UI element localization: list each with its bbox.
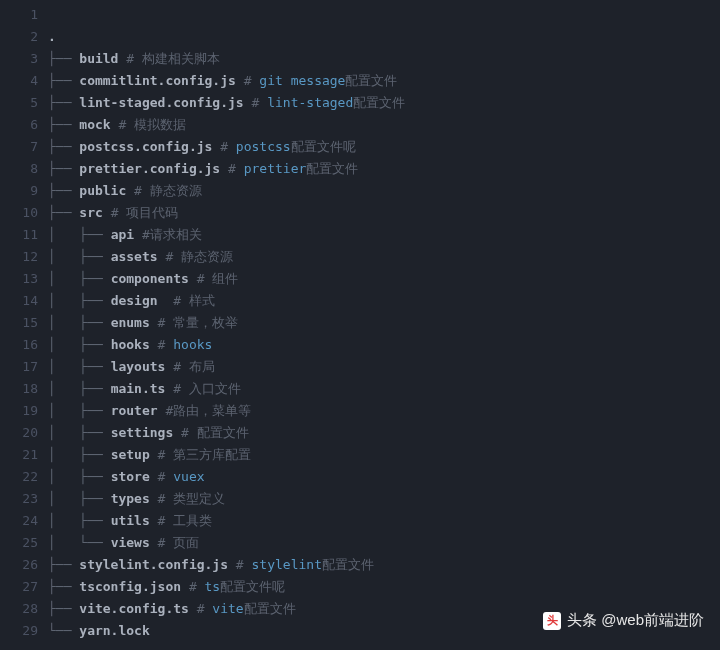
code-line: │ ├── hooks # hooks xyxy=(48,334,405,356)
line-number: 5 xyxy=(0,92,38,114)
tree-branch-icon: │ ├── xyxy=(48,425,111,440)
code-line: │ ├── assets # 静态资源 xyxy=(48,246,405,268)
code-line: │ ├── router #路由，菜单等 xyxy=(48,400,405,422)
comment-hash: # xyxy=(189,579,197,594)
tree-branch-icon: ├── xyxy=(48,95,79,110)
code-content[interactable]: .├── build # 构建相关脚本├── commitlint.config… xyxy=(48,0,405,650)
code-line: ├── tsconfig.json # ts配置文件呢 xyxy=(48,576,405,598)
file-name: utils xyxy=(111,513,150,528)
line-number: 2 xyxy=(0,26,38,48)
comment-text: 模拟数据 xyxy=(126,117,186,132)
comment-keyword: vite xyxy=(205,601,244,616)
line-number: 26 xyxy=(0,554,38,576)
code-line: │ ├── main.ts # 入口文件 xyxy=(48,378,405,400)
comment-text: 入口文件 xyxy=(181,381,241,396)
file-name: components xyxy=(111,271,189,286)
tree-branch-icon: └── xyxy=(48,623,79,638)
line-number: 13 xyxy=(0,268,38,290)
line-number: 12 xyxy=(0,246,38,268)
file-name: layouts xyxy=(111,359,166,374)
tree-branch-icon: ├── xyxy=(48,183,79,198)
tree-branch-icon: │ ├── xyxy=(48,447,111,462)
line-number: 29 xyxy=(0,620,38,642)
line-number: 10 xyxy=(0,202,38,224)
code-line: ├── prettier.config.js # prettier配置文件 xyxy=(48,158,405,180)
code-line: ├── commitlint.config.js # git message配置… xyxy=(48,70,405,92)
file-name: main.ts xyxy=(111,381,166,396)
code-line: ├── src # 项目代码 xyxy=(48,202,405,224)
tree-branch-icon: ├── xyxy=(48,161,79,176)
line-number: 21 xyxy=(0,444,38,466)
tree-branch-icon: │ ├── xyxy=(48,381,111,396)
code-line: │ ├── enums # 常量，枚举 xyxy=(48,312,405,334)
comment-hash: # xyxy=(173,381,181,396)
line-number: 4 xyxy=(0,70,38,92)
comment-hash: # xyxy=(228,161,236,176)
comment-text: 路由，菜单等 xyxy=(173,403,251,418)
code-line: ├── public # 静态资源 xyxy=(48,180,405,202)
comment-keyword: vuex xyxy=(165,469,204,484)
comment-text: 构建相关脚本 xyxy=(134,51,220,66)
file-name: build xyxy=(79,51,118,66)
code-line: │ ├── design # 样式 xyxy=(48,290,405,312)
tree-branch-icon: ├── xyxy=(48,557,79,572)
file-name: tsconfig.json xyxy=(79,579,181,594)
comment-hash: # xyxy=(173,293,181,308)
comment-text: 类型定义 xyxy=(165,491,225,506)
line-number: 27 xyxy=(0,576,38,598)
comment-text: 组件 xyxy=(205,271,239,286)
file-name: setup xyxy=(111,447,150,462)
tree-branch-icon: │ ├── xyxy=(48,293,111,308)
file-name: . xyxy=(48,29,56,44)
tree-branch-icon: │ ├── xyxy=(48,469,111,484)
file-name: hooks xyxy=(111,337,150,352)
comment-text: 配置文件呢 xyxy=(220,579,285,594)
comment-text: 配置文件呢 xyxy=(291,139,356,154)
comment-text: 配置文件 xyxy=(322,557,374,572)
code-line: └── yarn.lock xyxy=(48,620,405,642)
comment-keyword: stylelint xyxy=(244,557,322,572)
code-line: │ ├── setup # 第三方库配置 xyxy=(48,444,405,466)
file-name: prettier.config.js xyxy=(79,161,220,176)
code-line: │ ├── api #请求相关 xyxy=(48,224,405,246)
line-number: 16 xyxy=(0,334,38,356)
code-line: ├── mock # 模拟数据 xyxy=(48,114,405,136)
line-number: 9 xyxy=(0,180,38,202)
comment-hash: # xyxy=(142,227,150,242)
code-line: │ ├── settings # 配置文件 xyxy=(48,422,405,444)
line-number: 8 xyxy=(0,158,38,180)
code-line: ├── stylelint.config.js # stylelint配置文件 xyxy=(48,554,405,576)
comment-text: 样式 xyxy=(181,293,215,308)
file-name: vite.config.ts xyxy=(79,601,189,616)
tree-branch-icon: ├── xyxy=(48,601,79,616)
line-number: 1 xyxy=(0,4,38,26)
comment-text: 配置文件 xyxy=(306,161,358,176)
comment-hash: # xyxy=(244,73,252,88)
code-line: │ ├── types # 类型定义 xyxy=(48,488,405,510)
tree-branch-icon: │ ├── xyxy=(48,337,111,352)
file-name: lint-staged.config.js xyxy=(79,95,243,110)
file-name: views xyxy=(111,535,150,550)
file-name: public xyxy=(79,183,126,198)
code-line: ├── vite.config.ts # vite配置文件 xyxy=(48,598,405,620)
tree-branch-icon: │ ├── xyxy=(48,513,111,528)
comment-text: 布局 xyxy=(181,359,215,374)
file-name: yarn.lock xyxy=(79,623,149,638)
tree-branch-icon: ├── xyxy=(48,139,79,154)
code-line: │ ├── layouts # 布局 xyxy=(48,356,405,378)
comment-keyword: postcss xyxy=(228,139,291,154)
file-name: settings xyxy=(111,425,174,440)
comment-keyword: ts xyxy=(197,579,220,594)
comment-text: 静态资源 xyxy=(142,183,202,198)
comment-hash: # xyxy=(236,557,244,572)
code-line: │ ├── components # 组件 xyxy=(48,268,405,290)
line-number-gutter: 1234567891011121314151617181920212223242… xyxy=(0,0,48,650)
tree-branch-icon: │ ├── xyxy=(48,249,111,264)
line-number: 17 xyxy=(0,356,38,378)
comment-keyword: git message xyxy=(252,73,346,88)
code-line: ├── postcss.config.js # postcss配置文件呢 xyxy=(48,136,405,158)
file-name: postcss.config.js xyxy=(79,139,212,154)
line-number: 7 xyxy=(0,136,38,158)
code-editor: 1234567891011121314151617181920212223242… xyxy=(0,0,720,650)
tree-branch-icon: │ ├── xyxy=(48,271,111,286)
